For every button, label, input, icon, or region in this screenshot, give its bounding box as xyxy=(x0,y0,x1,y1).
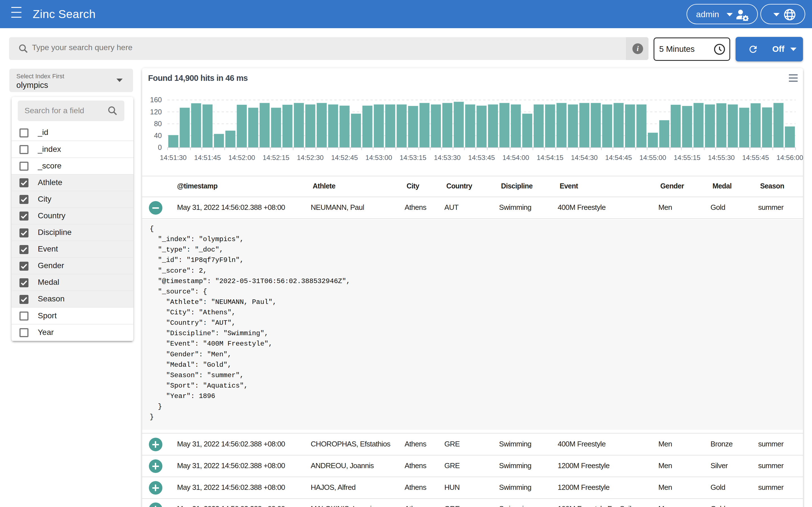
svg-text:14:54:30: 14:54:30 xyxy=(571,154,598,161)
svg-text:14:53:30: 14:53:30 xyxy=(434,154,461,161)
svg-text:14:53:00: 14:53:00 xyxy=(365,154,392,161)
svg-text:14:52:45: 14:52:45 xyxy=(331,154,358,161)
svg-text:14:52:15: 14:52:15 xyxy=(262,154,289,161)
svg-text:40: 40 xyxy=(154,131,162,139)
svg-text:14:53:45: 14:53:45 xyxy=(468,154,495,161)
svg-text:14:55:15: 14:55:15 xyxy=(673,154,700,161)
svg-text:14:54:00: 14:54:00 xyxy=(502,154,529,161)
svg-text:14:51:45: 14:51:45 xyxy=(194,154,221,161)
svg-text:14:54:45: 14:54:45 xyxy=(605,154,632,161)
svg-text:14:52:30: 14:52:30 xyxy=(297,154,324,161)
svg-text:14:56:00: 14:56:00 xyxy=(776,154,803,161)
svg-text:160: 160 xyxy=(150,96,162,104)
svg-text:14:52:00: 14:52:00 xyxy=(229,154,255,161)
svg-text:14:53:15: 14:53:15 xyxy=(400,154,426,161)
svg-text:14:54:15: 14:54:15 xyxy=(537,154,563,161)
svg-text:0: 0 xyxy=(158,144,162,151)
svg-text:120: 120 xyxy=(150,108,162,116)
svg-text:14:55:00: 14:55:00 xyxy=(640,154,666,161)
svg-text:14:51:30: 14:51:30 xyxy=(160,154,187,161)
svg-text:14:55:45: 14:55:45 xyxy=(742,154,769,161)
svg-text:80: 80 xyxy=(154,120,162,128)
svg-text:14:55:30: 14:55:30 xyxy=(708,154,735,161)
